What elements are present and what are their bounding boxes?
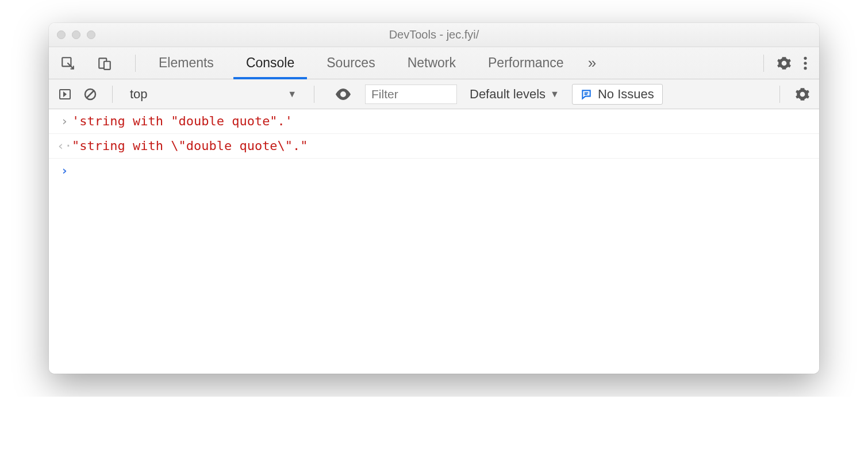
svg-point-3 xyxy=(804,56,806,59)
separator xyxy=(112,86,113,103)
tab-label: Performance xyxy=(488,55,564,71)
issues-icon xyxy=(581,89,592,100)
tab-console[interactable]: Console xyxy=(230,47,310,79)
devtools-window: DevTools - jec.fyi/ Elements Console Sou… xyxy=(49,23,819,374)
traffic-lights xyxy=(57,30,95,39)
tab-sources[interactable]: Sources xyxy=(310,47,391,79)
svg-point-4 xyxy=(804,62,806,64)
tab-performance[interactable]: Performance xyxy=(472,47,580,79)
separator xyxy=(779,86,780,103)
levels-label: Default levels xyxy=(470,87,546,102)
console-row-input[interactable]: › 'string with "double quote".' xyxy=(49,109,819,134)
log-levels-selector[interactable]: Default levels ▼ xyxy=(462,87,567,102)
prompt-chevron-icon: › xyxy=(57,161,72,181)
live-expression-icon[interactable] xyxy=(332,89,355,100)
tab-label: Console xyxy=(246,55,294,71)
svg-line-8 xyxy=(87,91,94,98)
minimize-dot[interactable] xyxy=(72,30,80,39)
tab-network[interactable]: Network xyxy=(391,47,472,79)
window-title: DevTools - jec.fyi/ xyxy=(49,28,819,41)
separator xyxy=(314,86,314,103)
panel-tabs: Elements Console Sources Network Perform… xyxy=(143,47,580,79)
separator xyxy=(135,55,136,72)
context-selector[interactable]: top ▼ xyxy=(124,87,302,102)
window-titlebar: DevTools - jec.fyi/ xyxy=(49,23,819,47)
close-dot[interactable] xyxy=(57,30,66,39)
console-output: › 'string with "double quote".' ‹· "stri… xyxy=(49,109,819,374)
separator xyxy=(763,55,764,72)
device-toolbar-icon[interactable] xyxy=(91,56,118,71)
chevron-down-icon: ▼ xyxy=(550,89,559,99)
svg-rect-2 xyxy=(104,61,110,69)
console-text: 'string with "double quote".' xyxy=(72,112,293,131)
tabs-overflow-icon[interactable]: » xyxy=(580,54,604,72)
svg-point-5 xyxy=(804,67,806,70)
kebab-menu-icon[interactable] xyxy=(797,56,813,71)
chevron-down-icon: ▼ xyxy=(287,89,297,99)
console-settings-gear-icon[interactable] xyxy=(792,87,813,102)
issues-button[interactable]: No Issues xyxy=(572,84,663,105)
gear-icon[interactable] xyxy=(771,56,797,71)
zoom-dot[interactable] xyxy=(87,30,95,39)
tab-elements[interactable]: Elements xyxy=(143,47,230,79)
sidebar-toggle-icon[interactable] xyxy=(55,87,75,101)
panel-tabbar: Elements Console Sources Network Perform… xyxy=(49,47,819,79)
tab-label: Network xyxy=(408,55,456,71)
filter-input[interactable] xyxy=(365,85,457,104)
console-row-output[interactable]: ‹· "string with \"double quote\"." xyxy=(49,134,819,159)
tab-label: Sources xyxy=(327,55,375,71)
clear-console-icon[interactable] xyxy=(80,87,101,101)
console-toolbar: top ▼ Default levels ▼ No Issues xyxy=(49,79,819,109)
inspect-element-icon[interactable] xyxy=(55,56,81,71)
context-label: top xyxy=(130,87,148,102)
console-prompt[interactable]: › xyxy=(49,159,819,183)
input-chevron-icon: › xyxy=(57,112,72,131)
tab-label: Elements xyxy=(159,55,214,71)
console-text: "string with \"double quote\"." xyxy=(72,136,308,156)
issues-label: No Issues xyxy=(598,87,654,102)
output-chevron-icon: ‹· xyxy=(57,136,72,156)
